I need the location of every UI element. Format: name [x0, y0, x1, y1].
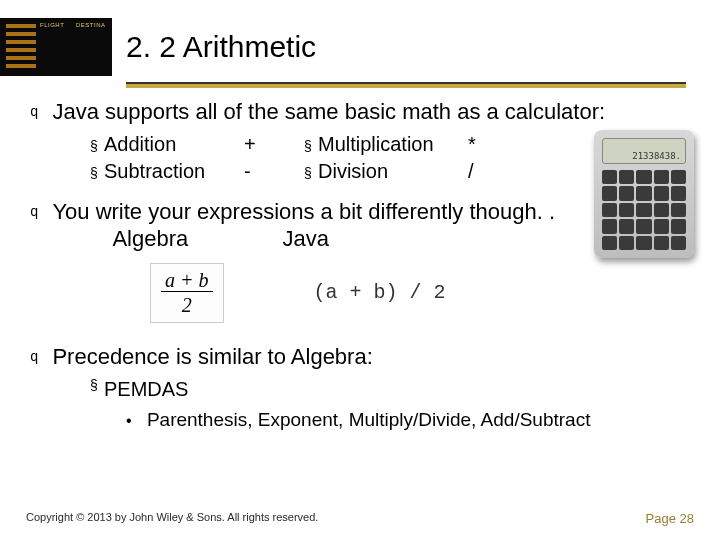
sub-bullet-marker: §	[90, 377, 104, 402]
bullet-3-text: Precedence is similar to Algebra:	[52, 343, 372, 371]
pemdas-detail-row: • Parenthesis, Exponent, Multiply/Divide…	[126, 408, 696, 432]
calculator-keys	[602, 170, 686, 250]
algebra-expression: a + b 2	[150, 263, 224, 324]
calculator-display: 21338438.	[602, 138, 686, 164]
op-mul-label: Multiplication	[318, 132, 468, 157]
fraction-denominator: 2	[182, 292, 192, 316]
dot-bullet-marker: •	[126, 412, 132, 429]
bullet-marker: q	[30, 349, 38, 371]
bullet-marker: q	[30, 104, 38, 126]
pemdas-detail: Parenthesis, Exponent, Multiply/Divide, …	[147, 409, 591, 430]
flight-board-image: FLIGHT DESTINA	[0, 18, 112, 76]
pemdas-heading: § PEMDAS	[90, 377, 696, 402]
sub-bullet-marker: §	[90, 138, 104, 156]
calculator-body: 21338438.	[594, 130, 694, 258]
pemdas-label: PEMDAS	[104, 377, 188, 402]
fraction-numerator: a + b	[161, 269, 213, 292]
page-number: Page 28	[646, 511, 694, 526]
fraction: a + b 2	[161, 268, 213, 318]
slide-title: 2. 2 Arithmetic	[126, 30, 316, 64]
slide-footer: Copyright © 2013 by John Wiley & Sons. A…	[26, 511, 694, 526]
col-algebra: Algebra	[112, 225, 282, 253]
board-label-flight: FLIGHT	[40, 22, 64, 28]
op-sub-symbol: -	[244, 159, 304, 184]
sub-bullet-marker: §	[90, 165, 104, 183]
java-expression: (a + b) / 2	[314, 280, 446, 305]
bullet-1-text: Java supports all of the same basic math…	[52, 98, 605, 126]
expression-column-headers: Algebra Java	[112, 225, 555, 253]
sub-bullet-marker: §	[304, 138, 318, 156]
copyright-text: Copyright © 2013 by John Wiley & Sons. A…	[26, 511, 318, 526]
sub-bullet-marker: §	[304, 165, 318, 183]
calculator-image: 21338438.	[594, 130, 694, 258]
op-div-label: Division	[318, 159, 468, 184]
bullet-2-content: You write your expressions a bit differe…	[52, 198, 555, 253]
board-label-destination: DESTINA	[76, 22, 106, 28]
pemdas-block: § PEMDAS	[90, 377, 696, 402]
expression-row: a + b 2 (a + b) / 2	[150, 263, 696, 324]
bullet-marker: q	[30, 204, 38, 253]
op-add-label: Addition	[104, 132, 244, 157]
op-add-symbol: +	[244, 132, 304, 157]
slide-header: FLIGHT DESTINA 2. 2 Arithmetic	[0, 0, 720, 80]
op-div-symbol: /	[468, 159, 498, 184]
op-sub-label: Subtraction	[104, 159, 244, 184]
bullet-2-text: You write your expressions a bit differe…	[52, 198, 555, 226]
col-java: Java	[282, 225, 328, 253]
bullet-1: q Java supports all of the same basic ma…	[30, 98, 696, 126]
op-mul-symbol: *	[468, 132, 498, 157]
bullet-3: q Precedence is similar to Algebra:	[30, 343, 696, 371]
